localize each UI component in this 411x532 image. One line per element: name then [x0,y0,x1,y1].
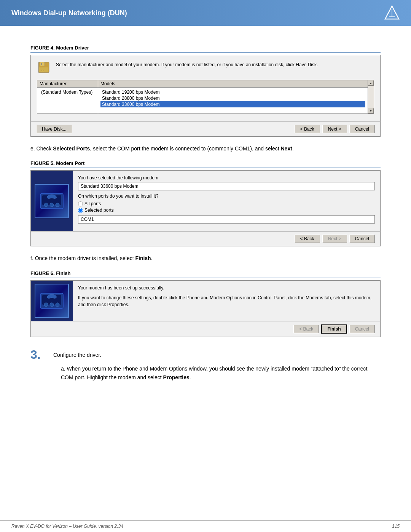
figure6-modem-dialog: Your modem has been set up successfully.… [31,281,380,321]
model-item-2[interactable]: Standard 33600 bps Modem [100,101,365,107]
have-disk-button[interactable]: Have Disk... [36,125,72,133]
main-content: FIGURE 4. Modem Driver 3.5 Select the ma… [0,26,411,417]
para-a-end: . [190,374,191,380]
page-footer: Raven X EV-DO for Verizon – User Guide, … [0,520,411,532]
figure4-back-button[interactable]: < Back [295,125,320,133]
svg-rect-5 [41,63,42,65]
figure6-dialog: Your modem has been set up successfully.… [30,280,381,337]
svg-point-17 [56,303,59,307]
figure4-next-button[interactable]: Next > [322,125,347,133]
figure6-cancel-button[interactable]: Cancel [349,325,375,333]
paragraph-f: f. Once the modem driver is installed, s… [30,254,381,262]
para-a-prefix: a. When you return to the Phone and Mode… [61,366,367,380]
scroll-thumb[interactable] [368,86,374,108]
figure5-next-button[interactable]: Next > [322,235,347,243]
radio-all-ports[interactable]: All ports [78,201,375,206]
manufacturer-item[interactable]: (Standard Modem Types) [40,89,96,95]
para-e-prefix: e. Check [30,145,53,152]
footer-left: Raven X EV-DO for Verizon – User Guide, … [11,524,123,529]
raven-logo [384,5,400,21]
all-ports-label: All ports [84,201,101,206]
info-message: If you want to change these settings, do… [78,294,375,308]
para-f-end: . [151,255,153,261]
manufacturer-header: Manufacturer [37,80,98,88]
figure6-back-button[interactable]: < Back [293,325,319,333]
svg-point-10 [44,203,48,207]
figure5-dialog: You have selected the following modem: S… [30,170,381,246]
svg-point-12 [56,203,59,207]
modem-selected-label: You have selected the following modem: [78,175,375,181]
selected-ports-label: Selected ports [84,208,114,213]
para-e-next: Next [281,145,292,152]
figure4-label: FIGURE 4. Modem Driver [30,45,381,53]
svg-point-15 [44,303,48,307]
footer-right: 115 [392,524,400,529]
all-ports-radio[interactable] [78,201,83,206]
selected-ports-radio[interactable] [78,208,83,213]
para-a-bold: Properties [163,374,189,380]
figure4-cancel-button[interactable]: Cancel [349,125,375,133]
svg-text:3.5: 3.5 [41,69,45,72]
svg-point-16 [50,303,54,307]
page-header-title: Windows Dial-up Networking (DUN) [11,9,127,17]
para-f-prefix: f. Once the modem driver is installed, s… [30,255,135,261]
step3-text: Configure the driver. [53,351,381,359]
figure6-footer: < Back Finish Cancel [31,321,380,337]
figure5-back-button[interactable]: < Back [295,235,320,243]
modem-name-field: Standard 33600 bps Modem [78,182,375,190]
para-e-rest: , select the COM port the modem is conne… [90,145,280,152]
step3-content: Configure the driver. a. When you return… [53,348,381,387]
success-message: Your modem has been set up successfully. [78,285,375,291]
radio-selected-ports[interactable]: Selected ports [78,208,375,213]
figure6-label: FIGURE 6. Finish [30,270,381,278]
modem-image-inner [35,184,69,218]
figure5-content: You have selected the following modem: S… [73,171,380,231]
paragraph-e: e. Check Selected Ports, select the COM … [30,144,381,153]
figure4-dialog: 3.5 Select the manufacturer and model of… [30,55,381,137]
figure5-footer: < Back Next > Cancel [31,231,380,246]
figure6-modem-image-inner [35,284,69,318]
models-header: Models [98,80,368,88]
figure4-message: Select the manufacturer and model of you… [56,61,318,67]
figure4-footer: Have Disk... < Back Next > Cancel [31,121,380,136]
modem-image [31,171,73,231]
figure6-content: Your modem has been set up successfully.… [73,281,380,321]
para-e-end: . [292,145,294,152]
com-port-field: COM1 [78,215,375,224]
step3-number: 3. [30,348,53,361]
models-list: Standard 19200 bps Modem Standard 28800 … [98,88,368,113]
radio-group: All ports Selected ports [78,201,375,213]
para-e-bold: Selected Ports [53,145,90,152]
figure5-label: FIGURE 5. Modem Port [30,160,381,168]
figure4-list: Manufacturer (Standard Modem Types) Mode… [37,80,374,114]
model-item-0[interactable]: Standard 19200 bps Modem [100,89,365,95]
figure6-finish-button[interactable]: Finish [321,324,347,334]
para-f-bold: Finish [135,255,151,261]
step3-container: 3. Configure the driver. a. When you ret… [30,348,381,387]
ports-question: On which ports do you want to install it… [78,193,375,199]
figure6-modem-image [31,281,73,321]
scroll-down-arrow[interactable]: ▼ [368,108,374,113]
figure5-cancel-button[interactable]: Cancel [349,235,375,243]
paragraph-a: a. When you return to the Phone and Mode… [61,364,381,382]
figure5-modem-dialog: You have selected the following modem: S… [31,171,380,231]
svg-point-11 [50,203,54,207]
scroll-up-arrow[interactable]: ▲ [368,80,374,86]
model-item-1[interactable]: Standard 28800 bps Modem [100,95,365,101]
figure4-disk-icon: 3.5 [37,61,51,75]
page-header: Windows Dial-up Networking (DUN) [0,0,411,26]
models-scrollbar[interactable]: ▲ ▼ [368,80,374,113]
